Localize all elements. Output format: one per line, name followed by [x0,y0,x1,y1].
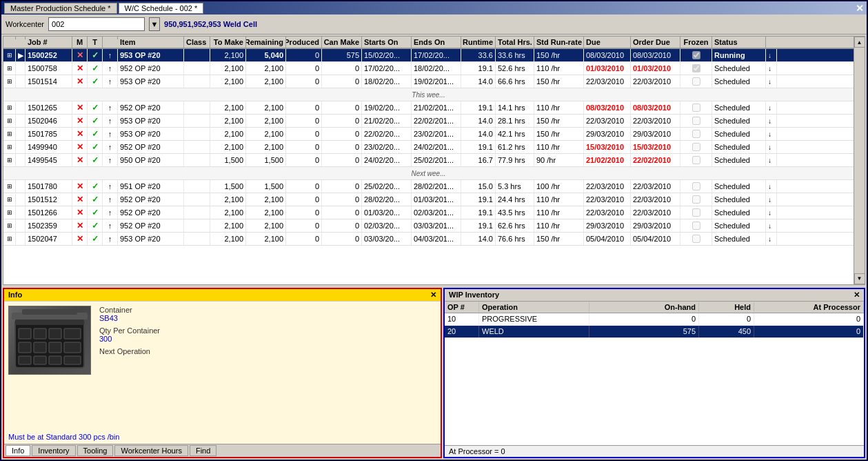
wip-grid-header: OP # Operation On-hand Held At Processor [445,302,864,313]
wip-col-held[interactable]: Held [699,302,754,312]
arrow-cell [16,75,26,88]
table-row[interactable]: ⊞ 1502046 ✕ ✓ ↑ 953 OP #20 2,100 2,100 0… [3,115,854,128]
bottom-panels: Info ✕ [3,288,865,458]
pri-cell: ↑ [103,49,118,61]
tab-inventory[interactable]: Inventory [32,445,75,456]
col-arrow [16,37,26,39]
table-row[interactable]: ⊞ ▶ 1500252 ✕ ✓ ↑ 953 OP #20 2,100 5,040… [3,49,854,62]
table-row[interactable]: ⊞ 1500758 ✕ ✓ ↑ 952 OP #20 2,100 2,100 0… [3,62,854,75]
wip-table-row[interactable]: 10 PROGRESSIVE 0 0 0 [445,313,864,326]
col-produced[interactable]: Produced [286,37,322,48]
col-job[interactable]: Job # [26,37,72,48]
wip-panel-title: WIP Inventory [449,291,499,300]
workcenter-description: 950,951,952,953 Weld Cell [164,20,257,28]
col-pri[interactable] [103,37,118,39]
table-row[interactable]: ⊞ 1501780 ✕ ✓ ↑ 951 OP #20 1,500 1,500 0… [3,180,854,193]
wip-atproc-cell: 0 [754,313,864,325]
job-cell: 1500252 [26,49,72,61]
job-cell: 1500758 [26,62,72,75]
table-row[interactable]: ⊞ 1499940 ✕ ✓ ↑ 952 OP #20 2,100 2,100 0… [3,141,854,154]
table-row[interactable]: ⊞ 1501785 ✕ ✓ ↑ 953 OP #20 2,100 2,100 0… [3,128,854,141]
pri-cell: ↑ [103,75,118,88]
canmake-cell: 0 [322,62,362,75]
orderdue-cell: 01/03/2010 [631,62,680,75]
tab-tooling[interactable]: Tooling [77,445,114,456]
tab-mps[interactable]: Master Production Schedule * [4,3,117,14]
status-cell: Scheduled [712,75,766,88]
expand-cell[interactable]: ⊞ [3,62,16,75]
col-due[interactable]: Due [584,37,631,48]
table-row[interactable]: ⊞ 1502047 ✕ ✓ ↑ 953 OP #20 2,100 2,100 0… [3,233,854,246]
expand-cell[interactable]: ⊞ [3,49,16,61]
table-row[interactable]: ⊞ 1502359 ✕ ✓ ↑ 952 OP #20 2,100 2,100 0… [3,219,854,233]
col-orderdue[interactable]: Order Due [631,37,680,48]
col-totalhrs[interactable]: Total Hrs. [496,37,534,48]
col-frozen[interactable]: Frozen [680,37,712,48]
col-ends[interactable]: Ends On [412,37,461,48]
table-row[interactable]: ⊞ 1501266 ✕ ✓ ↑ 952 OP #20 2,100 2,100 0… [3,206,854,219]
remaining-cell: 2,100 [246,62,286,75]
col-starts[interactable]: Starts On [362,37,412,48]
table-row[interactable]: ⊞ 1501265 ✕ ✓ ↑ 952 OP #20 2,100 2,100 0… [3,101,854,115]
container-field: Container SB43 [99,306,436,322]
qty-value: 300 [99,335,436,343]
class-cell [184,49,210,61]
tab-find[interactable]: Find [190,445,216,456]
col-stdrun[interactable]: Std Run-rate [534,37,584,48]
wip-held-cell: 450 [699,326,754,337]
row-arrow-cell: ↓ [766,75,777,88]
wip-table-row[interactable]: 20 WELD 575 450 0 [445,326,864,338]
tab-wcs[interactable]: W/C Schedule - 002 * [119,3,204,14]
section-header-thisweek: This wee... [3,88,854,101]
table-row[interactable]: ⊞ 1501514 ✕ ✓ ↑ 953 OP #20 2,100 2,100 0… [3,75,854,88]
expand-cell[interactable]: ⊞ [3,75,16,88]
wip-col-onhand[interactable]: On-hand [589,302,699,312]
info-details: Container SB43 Qty Per Container 300 Nex… [99,306,436,426]
tab-info[interactable]: Info [6,445,30,456]
produced-cell: 0 [286,49,322,61]
vertical-scrollbar[interactable]: ▲ ▼ [854,37,865,284]
workcenter-input[interactable] [48,17,145,31]
orderdue-cell: 08/03/2010 [631,49,680,61]
container-value: SB43 [99,314,436,322]
tab-workcenter-hours[interactable]: Workcenter Hours [114,445,188,456]
col-canmake[interactable]: Can Make [322,37,362,48]
workcenter-dropdown-button[interactable]: ▼ [149,17,160,31]
nextop-field: Next Operation [99,347,436,355]
table-row[interactable]: ⊞ 1501512 ✕ ✓ ↑ 952 OP #20 2,100 2,100 0… [3,193,854,206]
stdrun-cell: 150 /hr [534,49,584,61]
col-expand [3,37,16,39]
wip-empty-space [445,338,864,445]
expand-cell[interactable]: ⊞ [3,101,16,114]
workcenter-label: Workcenter [6,20,44,28]
col-tomake[interactable]: To Make [210,37,246,48]
tomake-cell: 2,100 [210,49,246,61]
t-cell: ✓ [88,62,103,75]
t-cell: ✓ [88,49,103,61]
canmake-cell: 575 [322,49,362,61]
col-status[interactable]: Status [712,37,766,48]
col-class[interactable]: Class [184,37,210,48]
toolbar: Workcenter ▼ 950,951,952,953 Weld Cell [1,14,867,35]
wip-footer: At Processor = 0 [445,445,864,457]
window-close-button[interactable]: ✕ [856,3,864,14]
col-runtime[interactable]: Runtime [461,37,496,48]
wip-operation-cell: WELD [479,326,589,337]
wip-col-op[interactable]: OP # [445,302,479,312]
frozen-cell [680,75,712,88]
col-remaining[interactable]: Remaining [246,37,286,48]
info-panel-close-button[interactable]: ✕ [430,291,436,300]
col-m[interactable]: M [72,37,88,48]
status-cell: Running [712,49,766,61]
svg-rect-10 [19,356,31,364]
wip-panel-close-button[interactable]: ✕ [854,291,860,300]
scroll-down-button[interactable]: ▼ [854,273,865,284]
col-t[interactable]: T [88,37,103,48]
col-item[interactable]: Item [118,37,184,48]
wip-onhand-cell: 0 [589,313,699,325]
wip-col-atprocessor[interactable]: At Processor [754,302,864,312]
table-row[interactable]: ⊞ 1499545 ✕ ✓ ↑ 950 OP #20 1,500 1,500 0… [3,154,854,167]
svg-rect-11 [34,356,46,364]
scroll-up-button[interactable]: ▲ [854,37,865,48]
wip-col-operation[interactable]: Operation [479,302,589,312]
